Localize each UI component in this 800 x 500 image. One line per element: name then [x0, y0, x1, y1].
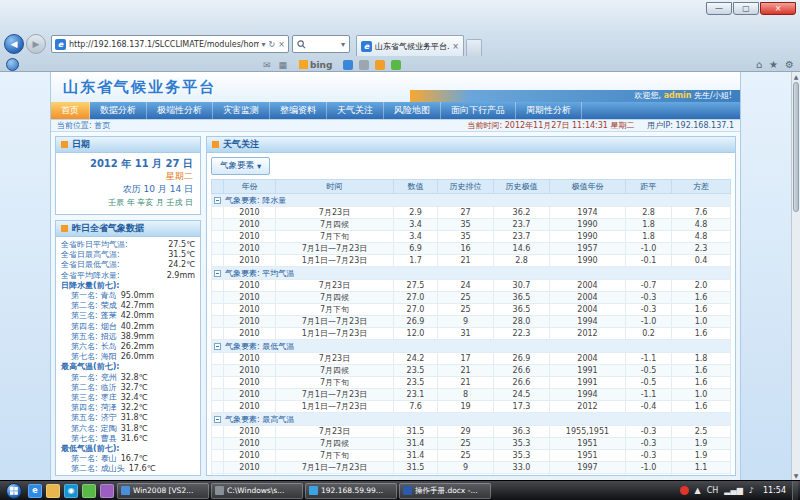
browser-back-button[interactable]: ◀ — [4, 34, 24, 54]
station-link[interactable]: 长岛 — [101, 342, 117, 352]
toolbar-app-orange-icon[interactable] — [375, 60, 385, 70]
scroll-up-icon[interactable]: ▲ — [792, 72, 800, 81]
nav-item-6[interactable]: 风险地图 — [384, 102, 441, 119]
new-tab-button[interactable] — [466, 39, 482, 56]
ranking-rank: 第三名: — [71, 475, 98, 476]
table-cell: 1.6 — [672, 377, 731, 389]
nav-item-8[interactable]: 周期性分析 — [516, 102, 582, 119]
browser-forward-button[interactable]: ▶ — [26, 34, 46, 54]
nav-item-1[interactable]: 数据分析 — [90, 102, 147, 119]
folder-icon[interactable] — [46, 484, 60, 498]
toolbar-app-blue-icon[interactable] — [343, 60, 353, 70]
nav-item-2[interactable]: 极端性分析 — [147, 102, 213, 119]
station-link[interactable]: 烟台 — [101, 322, 117, 332]
media-player-icon[interactable]: ◉ — [64, 484, 78, 498]
taskbar-button-3[interactable]: 操作手册.docx -... — [399, 483, 491, 499]
browser-tab[interactable]: e 山东省气候业务平台... × — [356, 35, 464, 56]
table-cell: 2010 — [224, 450, 276, 462]
table-group-row[interactable]: 气象要素: 最高气温 — [212, 413, 731, 426]
station-link[interactable]: 定陶 — [101, 424, 117, 434]
quick-access-icon[interactable] — [6, 58, 19, 71]
scrollbar-thumb[interactable] — [793, 82, 799, 212]
collapse-icon[interactable] — [214, 343, 221, 350]
welcome-prefix: 欢迎您, — [635, 91, 664, 100]
mail-icon[interactable]: ✉ — [263, 60, 271, 70]
table-cell: 1月1日—7月23日 — [276, 328, 394, 340]
table-cell: 35 — [438, 231, 494, 243]
start-button[interactable] — [6, 483, 22, 499]
app-purple-icon[interactable] — [100, 484, 114, 498]
taskbar-button-0[interactable]: Win2008 [VS2... — [117, 483, 209, 499]
station-link[interactable]: 招远 — [101, 332, 117, 342]
station-link[interactable]: 临沂 — [101, 383, 117, 393]
window-close-button[interactable]: × — [760, 2, 796, 15]
station-link[interactable]: 蓬莱 — [101, 311, 117, 321]
search-box[interactable]: ▾ — [292, 35, 350, 53]
settings-gear-icon[interactable]: ⚙ — [785, 59, 794, 70]
station-link[interactable]: 兖州 — [101, 373, 117, 383]
table-group-row[interactable]: 气象要素: 降水量 — [212, 194, 731, 207]
stop-icon[interactable]: × — [278, 40, 285, 49]
favorites-star-icon[interactable]: ★ — [769, 59, 778, 70]
bing-square-icon — [299, 60, 308, 69]
taskbar-button-1[interactable]: C:\Windows\s... — [211, 483, 303, 499]
page-widget-icon[interactable]: ▦ — [279, 60, 288, 70]
notification-badge-icon[interactable] — [680, 486, 689, 495]
network-icon[interactable]: ▂▄▆ — [724, 486, 742, 495]
scroll-down-icon[interactable]: ▼ — [792, 471, 800, 480]
table-cell: 21 — [438, 377, 494, 389]
row-lead-cell — [212, 365, 224, 377]
station-link[interactable]: 青岛 — [101, 291, 117, 301]
station-link[interactable]: 曹县 — [101, 434, 117, 444]
compatibility-view-icon[interactable]: ▾ — [262, 40, 266, 49]
station-link[interactable]: 济宁 — [101, 413, 117, 423]
nav-item-3[interactable]: 灾害监测 — [213, 102, 270, 119]
home-icon[interactable]: ⌂ — [756, 59, 762, 70]
tab-close-icon[interactable]: × — [452, 42, 459, 51]
element-filter-button[interactable]: 气象要素 ▾ — [211, 157, 270, 175]
welcome-bar: 欢迎您, admin 先生/小姐! — [410, 90, 740, 102]
show-desktop-button[interactable] — [792, 481, 798, 500]
toolbar-app-gray-icon[interactable] — [359, 60, 369, 70]
tray-expand-icon[interactable]: ▲ — [695, 486, 701, 495]
url-text[interactable]: http://192.168.137.1/SLCCLIMATE/modules/… — [69, 40, 259, 49]
app-green-icon[interactable] — [82, 484, 96, 498]
page-scrollbar[interactable]: ▲ ▼ — [791, 72, 800, 480]
station-link[interactable]: 菏泽 — [101, 403, 117, 413]
ranking-value: 42.0mm — [121, 311, 154, 321]
station-link[interactable]: 成山头 — [101, 464, 125, 474]
station-link[interactable]: 泰山 — [101, 454, 117, 464]
clock[interactable]: 11:54 — [763, 486, 786, 495]
nav-item-0[interactable]: 首页 — [51, 102, 90, 119]
language-indicator[interactable]: CH — [707, 486, 719, 495]
volume-icon[interactable]: ♪ — [749, 486, 754, 495]
table-group-row[interactable]: 气象要素: 最低气温 — [212, 340, 731, 353]
table-cell: 7.6 — [672, 207, 731, 219]
collapse-icon[interactable] — [214, 197, 221, 204]
refresh-icon[interactable]: ↻ — [269, 40, 276, 49]
window-maximize-button[interactable]: ▢ — [733, 2, 759, 15]
collapse-icon[interactable] — [214, 270, 221, 277]
station-link[interactable]: 长岛 — [101, 475, 117, 476]
date-panel-header: 日期 — [56, 137, 200, 153]
toolbar-app-green-icon[interactable] — [391, 60, 401, 70]
table-cell: 35.3 — [494, 450, 550, 462]
search-dropdown-icon[interactable]: ▾ — [341, 40, 345, 49]
taskbar-button-2[interactable]: 192.168.59.99... — [305, 483, 397, 499]
nav-item-4[interactable]: 整编资料 — [270, 102, 327, 119]
nav-item-7[interactable]: 面向下行产品 — [441, 102, 516, 119]
window-minimize-button[interactable]: — — [706, 2, 732, 15]
table-cell: 2.8 — [494, 255, 550, 267]
station-link[interactable]: 海阳 — [101, 352, 117, 362]
browser-navigation-bar: ◀ ▶ e http://192.168.137.1/SLCCLIMATE/mo… — [0, 32, 720, 56]
table-group-row[interactable]: 气象要素: 平均气温 — [212, 267, 731, 280]
address-bar[interactable]: e http://192.168.137.1/SLCCLIMATE/module… — [51, 35, 289, 53]
ie-icon[interactable]: e — [28, 484, 42, 498]
table-cell: 2004 — [550, 292, 626, 304]
station-link[interactable]: 荣成 — [101, 301, 117, 311]
collapse-icon[interactable] — [214, 416, 221, 423]
station-link[interactable]: 枣庄 — [101, 393, 117, 403]
panel-bullet-icon — [61, 225, 68, 232]
nav-item-5[interactable]: 天气关注 — [327, 102, 384, 119]
table-cell: 7月23日 — [276, 353, 394, 365]
